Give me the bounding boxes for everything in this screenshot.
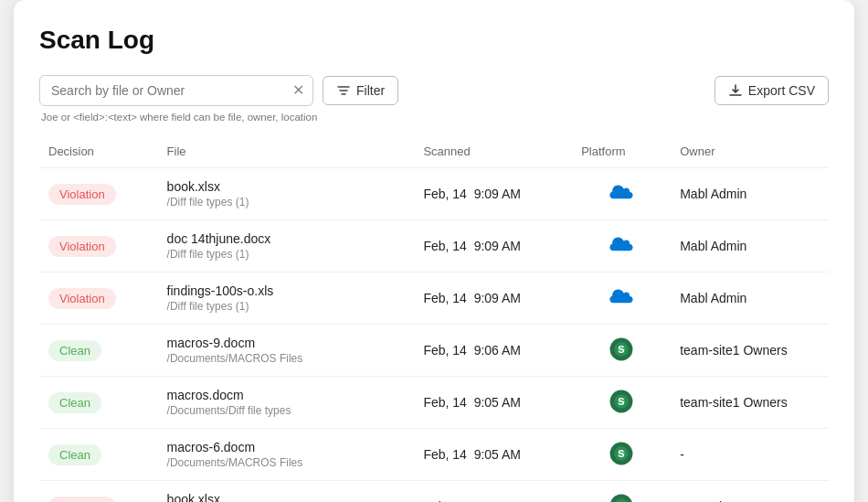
toolbar-left: ✕ Filter	[39, 75, 398, 106]
filter-button[interactable]: Filter	[323, 76, 398, 105]
filter-icon	[336, 83, 351, 98]
decision-badge: Violation	[48, 497, 116, 503]
file-name: doc 14thjune.docx	[167, 231, 406, 246]
search-hint: Joe or <field>:<text> where field can be…	[41, 112, 829, 123]
table-row: Clean macros.docm /Documents/Diff file t…	[39, 377, 829, 429]
file-cell: macros.docm /Documents/Diff file types	[158, 377, 415, 429]
decision-cell: Clean	[39, 429, 158, 481]
col-header-owner: Owner	[671, 137, 829, 168]
platform-cell: S	[572, 481, 671, 503]
decision-badge: Violation	[48, 288, 116, 309]
file-name: book.xlsx	[167, 492, 406, 502]
platform-cell: S	[572, 325, 671, 377]
svg-text:S: S	[619, 447, 625, 458]
col-header-decision: Decision	[39, 137, 158, 168]
table-row: Violation book.xlsx /Documents/Diff file…	[39, 481, 829, 503]
svg-text:S: S	[619, 343, 625, 354]
onedrive-icon	[609, 180, 634, 206]
file-name: macros-9.docm	[167, 336, 406, 350]
scanned-cell: Feb, 14 9:09 AM	[414, 272, 572, 325]
col-header-file: File	[158, 137, 415, 168]
owner-cell: Mabl Admin	[671, 272, 829, 325]
file-cell: macros-9.docm /Documents/MACROS Files	[158, 325, 415, 377]
search-wrapper: ✕	[39, 75, 313, 106]
scanned-cell: Feb, 14 9:06 AM	[414, 325, 572, 377]
decision-cell: Violation	[39, 481, 158, 503]
owner-cell: team-site1 Owners	[671, 325, 829, 377]
scanned-cell: Feb, 14 9:05 AM	[414, 377, 572, 429]
decision-badge: Clean	[48, 444, 101, 465]
filter-label: Filter	[356, 83, 385, 98]
decision-cell: Violation	[39, 168, 158, 220]
file-path: /Documents/MACROS Files	[167, 352, 406, 365]
table-row: Clean macros-9.docm /Documents/MACROS Fi…	[39, 325, 829, 377]
scan-log-table: Decision File Scanned Platform Owner Vio…	[39, 137, 829, 502]
platform-cell	[572, 220, 671, 272]
table-row: Violation book.xlsx /Diff file types (1)…	[39, 168, 829, 220]
sharepoint-icon: S	[609, 493, 634, 503]
scanned-cell: Feb, 14 9:09 AM	[414, 220, 572, 272]
scanned-cell: Feb, 14 9:05 AM	[414, 481, 572, 503]
owner-cell: team-site1 Owners	[671, 377, 829, 429]
file-cell: macros-6.docm /Documents/MACROS Files	[158, 429, 415, 481]
search-input[interactable]	[39, 75, 313, 106]
decision-badge: Violation	[48, 236, 116, 257]
onedrive-icon	[609, 232, 634, 258]
file-name: macros-6.docm	[167, 440, 406, 454]
decision-badge: Violation	[48, 184, 116, 205]
table-row: Violation doc 14thjune.docx /Diff file t…	[39, 220, 829, 272]
table-row: Clean macros-6.docm /Documents/MACROS Fi…	[39, 429, 829, 481]
sharepoint-icon: S	[609, 441, 634, 466]
platform-cell: S	[572, 377, 671, 429]
page-title: Scan Log	[39, 26, 829, 55]
platform-cell	[572, 168, 671, 220]
file-name: macros.docm	[167, 388, 406, 402]
decision-cell: Clean	[39, 377, 158, 429]
file-name: findings-100s-o.xls	[167, 283, 406, 298]
decision-badge: Clean	[48, 392, 101, 413]
decision-badge: Clean	[48, 340, 101, 361]
download-icon	[728, 83, 743, 98]
file-path: /Documents/Diff file types	[167, 404, 406, 417]
file-path: /Diff file types (1)	[167, 248, 406, 261]
file-path: /Documents/MACROS Files	[167, 456, 406, 469]
file-path: /Diff file types (1)	[167, 300, 406, 313]
export-label: Export CSV	[748, 83, 815, 98]
col-header-scanned: Scanned	[414, 137, 572, 168]
owner-cell: team-site1 Owners	[671, 481, 829, 503]
file-cell: findings-100s-o.xls /Diff file types (1)	[158, 272, 415, 325]
file-cell: doc 14thjune.docx /Diff file types (1)	[158, 220, 415, 272]
file-cell: book.xlsx /Diff file types (1)	[158, 168, 415, 220]
decision-cell: Violation	[39, 272, 158, 325]
export-csv-button[interactable]: Export CSV	[715, 76, 829, 105]
svg-text:S: S	[619, 395, 625, 406]
file-path: /Diff file types (1)	[167, 196, 406, 208]
owner-cell: Mabl Admin	[671, 220, 829, 272]
toolbar: ✕ Filter Export CSV	[39, 75, 829, 106]
file-cell: book.xlsx /Documents/Diff file types	[158, 481, 415, 503]
owner-cell: Mabl Admin	[671, 168, 829, 220]
scanned-cell: Feb, 14 9:05 AM	[414, 429, 572, 481]
col-header-platform: Platform	[572, 137, 671, 168]
scan-log-card: Scan Log ✕ Filter Export CSV	[14, 0, 854, 502]
sharepoint-icon: S	[609, 389, 634, 414]
scanned-cell: Feb, 14 9:09 AM	[414, 168, 572, 220]
file-name: book.xlsx	[167, 179, 406, 194]
decision-cell: Clean	[39, 325, 158, 377]
owner-cell: -	[671, 429, 829, 481]
onedrive-icon	[609, 284, 634, 310]
sharepoint-icon: S	[609, 336, 634, 362]
search-clear-button[interactable]: ✕	[292, 83, 304, 98]
decision-cell: Violation	[39, 220, 158, 272]
platform-cell	[572, 272, 671, 325]
platform-cell: S	[572, 429, 671, 481]
table-row: Violation findings-100s-o.xls /Diff file…	[39, 272, 829, 325]
